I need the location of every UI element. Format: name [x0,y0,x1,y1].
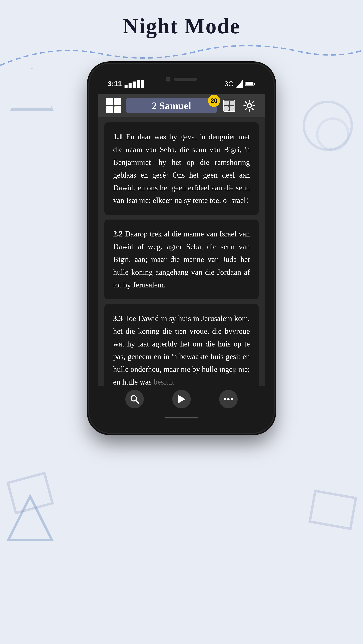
home-indicator [98,412,265,422]
svg-rect-9 [224,106,229,111]
book-title-text: 2 Samuel [152,100,191,112]
verse-number-1: 1.1 [113,132,123,141]
play-icon [177,394,186,404]
gallery-button[interactable] [222,98,237,113]
signal-bars [124,80,144,88]
chapter-badge: 20 [208,95,220,107]
gallery-icon [223,100,235,112]
deco-rect-bottomright [309,490,357,530]
app-toolbar: 2 Samuel 20 [98,94,265,118]
svg-point-25 [231,398,233,400]
svg-marker-22 [178,395,185,403]
verse-number-3: 3.3 [113,314,123,323]
settings-button[interactable] [242,98,257,113]
svg-marker-0 [8,496,52,540]
camera-area [166,77,197,82]
phone-frame: 3:11 3G [89,64,274,433]
battery-icon [245,81,255,87]
page-title: Night Mode [0,14,363,38]
svg-marker-1 [236,80,243,88]
svg-line-17 [252,108,253,110]
svg-point-24 [227,398,230,400]
svg-line-18 [252,102,253,103]
svg-rect-8 [230,100,234,105]
deco-triangle-bottomleft [5,493,55,544]
svg-rect-3 [254,83,255,85]
play-button[interactable] [172,390,191,408]
status-right: 3G [224,80,255,88]
verse-text-3: Toe Dawid in sy huis in Jerusalem kom, h… [113,314,250,374]
svg-line-21 [136,400,139,403]
svg-line-16 [246,102,247,103]
verse-card-2[interactable]: 2.2 Daarop trek al die manne van Israel … [104,220,259,299]
more-button[interactable] [219,390,238,408]
verse-text-1: En daar was by geval 'n deugniet met die… [113,132,250,204]
svg-rect-10 [230,106,234,111]
verse-number-2: 2.2 [113,230,123,238]
deco-triangle-topleft [10,67,54,111]
status-bar: 3:11 3G [98,74,265,94]
settings-icon [243,100,255,112]
speaker-bar [174,78,197,81]
svg-point-11 [247,104,251,108]
home-bar [165,417,198,418]
phone-screen: 3:11 3G [98,74,265,422]
more-icon [223,398,233,401]
app-grid-icon[interactable] [106,98,121,113]
svg-line-19 [246,108,247,110]
book-title-selector[interactable]: 2 Samuel 20 [126,98,217,113]
network-icon [236,80,243,88]
content-area: 1.1 En daar was by geval 'n deugniet met… [98,118,265,386]
svg-point-23 [224,398,226,400]
verse-card-1[interactable]: 1.1 En daar was by geval 'n deugniet met… [104,122,259,215]
search-icon [130,394,139,404]
svg-rect-7 [224,100,229,105]
deco-circle-topright2 [316,118,350,151]
svg-rect-5 [246,82,253,86]
verse-card-3[interactable]: 3.3 Toe Dawid in sy huis in Jerusalem ko… [104,304,259,386]
camera-dot [166,77,170,82]
verse-text-2: Daarop trek al die manne van Israel van … [113,230,250,289]
phone-frame-wrapper: 3:11 3G [89,64,274,433]
search-button[interactable] [125,390,144,408]
bottom-toolbar [98,386,265,412]
status-time: 3:11 [108,80,144,88]
